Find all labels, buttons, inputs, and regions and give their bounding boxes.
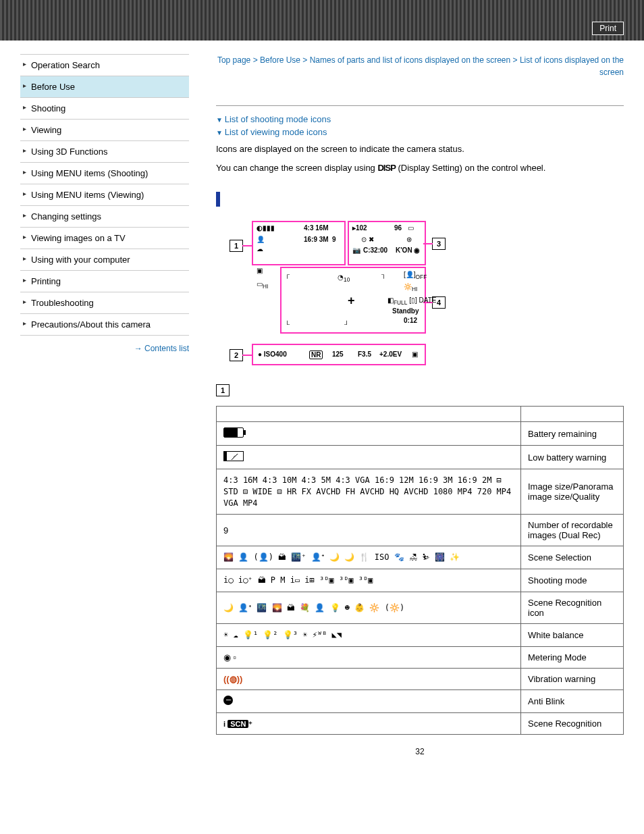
icon-cell: ☀ ☁ 💡¹ 💡² 💡³ ☀ ⚡ᵂᴮ ◣◥ bbox=[217, 623, 521, 646]
table-row: Metering Mode bbox=[217, 646, 624, 668]
section-marker-icon bbox=[216, 192, 220, 207]
section-number-1: 1 bbox=[216, 384, 230, 396]
screen-layout-diagram: 1 2 3 4 ◐▮▮▮ 4:3 16M 16:9 3M 9 👤 ☁ ▣ ▭HI bbox=[230, 221, 446, 369]
sidebar-item-changing-settings[interactable]: Changing settings bbox=[20, 206, 189, 228]
pink-line bbox=[242, 245, 252, 246]
intro-line-1: Icons are displayed on the screen to ind… bbox=[216, 142, 624, 156]
icon-cell: ((◍)) bbox=[217, 668, 521, 689]
table-header-icon-col bbox=[217, 407, 521, 422]
sidebar-item-viewing[interactable]: Viewing bbox=[20, 120, 189, 141]
icon-cell bbox=[217, 422, 521, 446]
table-row: 4:3 16M 4:3 10M 4:3 5M 4:3 VGA 16:9 12M … bbox=[217, 469, 624, 515]
sidebar-item-using-computer[interactable]: Using with your computer bbox=[20, 249, 189, 271]
sidebar: Operation Search Before Use Shooting Vie… bbox=[20, 54, 189, 353]
diag-102: 102 bbox=[356, 224, 367, 232]
diag-3m: 16:9 3M bbox=[304, 236, 329, 243]
desc-cell: Low battery warning bbox=[521, 446, 624, 469]
table-row: Anti Blink bbox=[217, 689, 624, 712]
white-balance-icons: ☀ ☁ 💡¹ 💡² 💡³ ☀ ⚡ᵂᴮ ◣◥ bbox=[223, 630, 342, 640]
sep: > bbox=[300, 55, 310, 65]
sep: > bbox=[510, 55, 520, 65]
table-header-desc-col bbox=[521, 407, 624, 422]
sidebar-item-menu-shooting[interactable]: Using MENU items (Shooting) bbox=[20, 163, 189, 184]
breadcrumb-names-parts[interactable]: Names of parts and list of icons display… bbox=[310, 55, 511, 65]
image-size-icons: 4:3 16M 4:3 10M 4:3 5M 4:3 VGA 16:9 12M … bbox=[223, 475, 511, 508]
sidebar-item-viewing-tv[interactable]: Viewing images on a TV bbox=[20, 228, 189, 249]
page-number: 32 bbox=[216, 747, 624, 756]
table-row: i SCN⁺ Scene Recognition bbox=[217, 712, 624, 734]
icon-cell bbox=[217, 446, 521, 469]
sidebar-item-shooting[interactable]: Shooting bbox=[20, 98, 189, 120]
table-row: i◯ i◯⁺ 🏔 P M i▭ i⊞ ³ᴰ▣ ³ᴰ▣ ³ᴰ▣ Shooting … bbox=[217, 569, 624, 592]
desc-cell: Number of recordable images (Dual Rec) bbox=[521, 515, 624, 546]
sidebar-nav: Operation Search Before Use Shooting Vie… bbox=[20, 54, 189, 336]
diag-9: 9 bbox=[332, 236, 336, 243]
diag-125: 125 bbox=[332, 350, 344, 358]
diag-c32: C:32:00 bbox=[363, 246, 387, 254]
icon-cell: 🌙 👤ᐩ 🌃 🌄 🏔 💐 👤 💡 ☻ 👶 🔆 (🔆) bbox=[217, 592, 521, 623]
desc-cell: White balance bbox=[521, 623, 624, 646]
icon-cell: 9 bbox=[217, 515, 521, 546]
sidebar-item-printing[interactable]: Printing bbox=[20, 271, 189, 292]
print-button[interactable]: Print bbox=[592, 22, 624, 35]
intro-line-2: You can change the screen display using … bbox=[216, 161, 624, 175]
table-row: ☀ ☁ 💡¹ 💡² 💡³ ☀ ⚡ᵂᴮ ◣◥ White balance bbox=[217, 623, 624, 646]
shooting-mode-icons: i◯ i◯⁺ 🏔 P M i▭ i⊞ ³ᴰ▣ ³ᴰ▣ ³ᴰ▣ bbox=[223, 575, 373, 585]
diag-standby: Standby bbox=[392, 307, 419, 315]
breadcrumb: Top page > Before Use > Names of parts a… bbox=[216, 54, 624, 78]
table-row: 9 Number of recordable images (Dual Rec) bbox=[217, 515, 624, 546]
desc-cell: Scene Selection bbox=[521, 546, 624, 569]
anchor-viewing-icons[interactable]: List of viewing mode icons bbox=[216, 127, 624, 137]
breadcrumb-before-use[interactable]: Before Use bbox=[260, 55, 300, 65]
intro-text-a: You can change the screen display using bbox=[216, 163, 377, 173]
diag-96: 96 bbox=[394, 224, 402, 232]
desc-cell: Anti Blink bbox=[521, 689, 624, 712]
sidebar-item-operation-search[interactable]: Operation Search bbox=[20, 55, 189, 76]
diag-nr: NR bbox=[309, 350, 323, 359]
sidebar-item-menu-viewing[interactable]: Using MENU items (Viewing) bbox=[20, 184, 189, 206]
vibration-warning-icon: ((◍)) bbox=[223, 674, 242, 684]
low-battery-icon bbox=[223, 451, 244, 461]
desc-cell: Scene Recognition icon bbox=[521, 592, 624, 623]
icon-cell: 🌄 👤 (👤) 🏔 🌃⁺ 👤ᐩ 🌙 🌙 🍴 ISO 🐾 🏖 ⛷ 🎆 ✨ bbox=[217, 546, 521, 569]
desc-cell: Image size/Panorama image size/Quality bbox=[521, 469, 624, 515]
icon-cell: i◯ i◯⁺ 🏔 P M i▭ i⊞ ³ᴰ▣ ³ᴰ▣ ³ᴰ▣ bbox=[217, 569, 521, 592]
scene-recognition-icon: i SCN⁺ bbox=[223, 720, 252, 728]
diagram-label-2: 2 bbox=[230, 349, 243, 361]
icon-cell: i SCN⁺ bbox=[217, 712, 521, 734]
sidebar-item-3d-functions[interactable]: Using 3D Functions bbox=[20, 141, 189, 163]
sidebar-item-precautions[interactable]: Precautions/About this camera bbox=[20, 314, 189, 336]
desc-cell: Shooting mode bbox=[521, 569, 624, 592]
diagram-label-3: 3 bbox=[432, 238, 446, 250]
icon-description-table: Battery remaining Low battery warning 4:… bbox=[216, 406, 624, 735]
breadcrumb-current: List of icons displayed on the screen bbox=[520, 55, 624, 77]
intro-text-b: (Display Setting) on the control wheel. bbox=[396, 163, 546, 173]
sidebar-item-troubleshooting[interactable]: Troubleshooting bbox=[20, 292, 189, 314]
sep: > bbox=[250, 55, 260, 65]
anchor-shooting-icons[interactable]: List of shooting mode icons bbox=[216, 114, 624, 124]
table-row: 🌄 👤 (👤) 🏔 🌃⁺ 👤ᐩ 🌙 🌙 🍴 ISO 🐾 🏖 ⛷ 🎆 ✨ Scen… bbox=[217, 546, 624, 569]
diag-16m: 4:3 16M bbox=[304, 224, 329, 232]
desc-cell: Vibration warning bbox=[521, 668, 624, 689]
disp-icon: DISP bbox=[377, 163, 395, 173]
icon-cell bbox=[217, 646, 521, 668]
icon-cell: 4:3 16M 4:3 10M 4:3 5M 4:3 VGA 16:9 12M … bbox=[217, 469, 521, 515]
diagram-label-1: 1 bbox=[230, 240, 243, 252]
battery-icon bbox=[223, 427, 244, 438]
diag-ev: +2.0EV bbox=[379, 350, 402, 358]
table-row: Low battery warning bbox=[217, 446, 624, 469]
desc-cell: Metering Mode bbox=[521, 646, 624, 668]
metering-mode-icon bbox=[223, 652, 236, 662]
top-header-band: Print bbox=[0, 0, 644, 41]
main-content: Top page > Before Use > Names of parts a… bbox=[216, 54, 624, 756]
anti-blink-icon bbox=[223, 696, 233, 705]
sidebar-item-before-use[interactable]: Before Use bbox=[20, 76, 189, 98]
breadcrumb-top[interactable]: Top page bbox=[217, 55, 250, 65]
page-container: Operation Search Before Use Shooting Vie… bbox=[0, 41, 644, 770]
desc-cell: Scene Recognition bbox=[521, 712, 624, 734]
divider bbox=[216, 105, 624, 106]
scene-selection-icons: 🌄 👤 (👤) 🏔 🌃⁺ 👤ᐩ 🌙 🌙 🍴 ISO 🐾 🏖 ⛷ 🎆 ✨ bbox=[223, 552, 460, 562]
icon-cell bbox=[217, 689, 521, 712]
contents-list-link[interactable]: Contents list bbox=[20, 344, 189, 353]
scene-recognition-icons: 🌙 👤ᐩ 🌃 🌄 🏔 💐 👤 💡 ☻ 👶 🔆 (🔆) bbox=[223, 603, 404, 613]
